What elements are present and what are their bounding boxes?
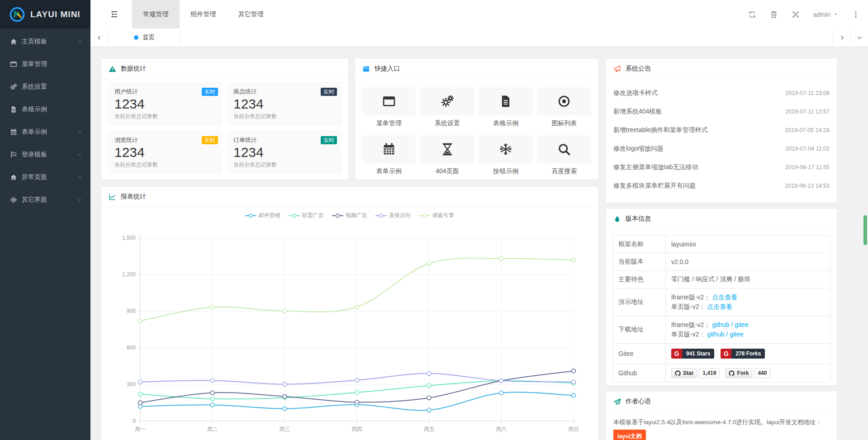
announcement-item-3[interactable]: 修改logo缩放问题 2019-07-04 11:02 xyxy=(613,139,830,158)
sidebar-item-label: 异常页面 xyxy=(22,173,77,181)
fullscreen-icon[interactable] xyxy=(792,10,800,19)
tabs-scroll-right-icon[interactable] xyxy=(833,28,850,47)
sidebar-item-0[interactable]: 主页模板 xyxy=(0,30,90,53)
announcement-item-1[interactable]: 新增系统404模板 2019-07-11 12:57 xyxy=(613,102,830,121)
quick-entry-label: 菜单管理 xyxy=(362,119,416,128)
sidebar-item-label: 登录模板 xyxy=(22,151,77,159)
gitee-icon: G xyxy=(721,349,731,359)
more-options-icon[interactable] xyxy=(852,10,860,19)
paper-plane-icon xyxy=(613,398,621,406)
announcement-item-0[interactable]: 修改选项卡样式 2019-07-11 23:06 xyxy=(613,84,830,102)
sidebar: LAYUI MINI 主页模板 菜单管理 系统设置 表格示例 表单示例 登录模板… xyxy=(0,0,90,440)
github-count[interactable]: 440 xyxy=(754,368,770,378)
version-label: Gitee xyxy=(613,344,666,364)
quick-entry-3[interactable]: 图标列表 xyxy=(537,87,591,128)
legend-item-4[interactable]: 搜索引擎 xyxy=(419,212,454,219)
quick-entry-0[interactable]: 菜单管理 xyxy=(362,87,416,128)
version-row-1: 当前版本v2.0.0 xyxy=(613,253,830,271)
page-tab-bar: 首页 xyxy=(90,28,868,47)
legend-label: 搜索引擎 xyxy=(432,212,454,219)
announcement-item-4[interactable]: 修复左侧菜单缩放tab无法移动 2019-06-17 11:55 xyxy=(613,158,830,176)
sidebar-item-3[interactable]: 表格示例 xyxy=(0,98,90,121)
sidebar-item-5[interactable]: 登录模板 xyxy=(0,143,90,166)
legend-label: 邮件营销 xyxy=(259,212,280,219)
stat-label: 用户统计 xyxy=(114,88,216,96)
card-system-announcements: 系统公告 修改选项卡样式 2019-07-11 23:06新增系统404模板 2… xyxy=(606,59,837,203)
stat-box-1: 商品统计 1234 当前分类总记录数 实时 xyxy=(227,82,342,126)
collapse-menu-icon[interactable] xyxy=(105,0,123,28)
tabs-menu-icon[interactable] xyxy=(850,28,868,47)
tab-home[interactable]: 首页 xyxy=(108,28,181,47)
legend-item-3[interactable]: 直接访问 xyxy=(375,212,411,219)
chevron-down-icon xyxy=(77,197,82,203)
card-title: 快捷入口 xyxy=(375,65,400,73)
user-menu[interactable]: admin xyxy=(813,11,838,18)
version-row-6: Github Star1,419 Fork440 xyxy=(613,364,830,383)
sidebar-item-7[interactable]: 其它界面 xyxy=(0,189,90,211)
quick-entry-5[interactable]: 404页面 xyxy=(420,135,474,175)
svg-text:周五: 周五 xyxy=(424,426,435,432)
layui-doc-badge[interactable]: layui文档 xyxy=(613,430,646,440)
stat-value: 1234 xyxy=(233,96,335,112)
link-gitee[interactable]: gitee xyxy=(730,331,743,338)
announcement-date: 2019-06-13 14:53 xyxy=(785,183,830,189)
top-header: 常规管理组件管理其它管理 admin xyxy=(90,0,868,29)
legend-item-2[interactable]: 视频广告 xyxy=(332,212,367,219)
gears-icon xyxy=(420,87,474,115)
github-fork-button[interactable]: Fork xyxy=(725,368,752,378)
megaphone-icon xyxy=(613,65,621,73)
stat-desc: 当前分类总记录数 xyxy=(114,161,216,169)
announcement-date: 2019-06-17 11:55 xyxy=(785,164,830,170)
version-row-3: 演示地址iframe版-v2： 点击查看单页版-v2： 点击查看 xyxy=(613,289,830,316)
github-star-button[interactable]: Star xyxy=(671,368,697,378)
stat-label: 商品统计 xyxy=(233,88,335,96)
link-gitee[interactable]: gitee xyxy=(735,321,748,328)
logo[interactable]: LAYUI MINI xyxy=(0,0,90,28)
scrollbar-thumb[interactable] xyxy=(863,215,867,245)
announcement-item-2[interactable]: 新增treetable插件和菜单管理样式 2019-07-05 14:28 xyxy=(613,121,830,139)
quick-entry-2[interactable]: 表格示例 xyxy=(479,87,533,128)
announcement-item-5[interactable]: 修复多模块菜单栏展开有问题 2019-06-13 14:53 xyxy=(613,176,830,195)
octocat-icon xyxy=(675,370,681,376)
gitee-badge[interactable]: G 941 Stars xyxy=(671,349,714,359)
card-title: 版本信息 xyxy=(626,215,651,223)
link-点击查看[interactable]: 点击查看 xyxy=(707,303,732,310)
sidebar-item-4[interactable]: 表单示例 xyxy=(0,121,90,143)
version-row-4: 下载地址iframe版-v2： github / gitee单页版-v2： gi… xyxy=(613,316,830,344)
header-tab-1[interactable]: 组件管理 xyxy=(180,0,227,28)
announcement-text: 修复多模块菜单栏展开有问题 xyxy=(613,182,696,190)
github-count[interactable]: 1,419 xyxy=(699,368,720,378)
quick-entry-1[interactable]: 系统设置 xyxy=(420,87,474,128)
version-row-2: 主要特色零门槛 / 响应式 / 清爽 / 极简 xyxy=(613,271,830,289)
username: admin xyxy=(813,11,830,18)
quick-entry-6[interactable]: 按钮示例 xyxy=(479,135,533,175)
version-table: 框架名称layuimini当前版本v2.0.0主要特色零门槛 / 响应式 / 清… xyxy=(612,235,830,383)
realtime-badge: 实时 xyxy=(321,136,337,144)
tab-bar-spacer xyxy=(181,28,833,47)
window-icon xyxy=(362,65,370,73)
quick-entry-grid: 菜单管理 系统设置 表格示例 图标列表 表单示例 404页面 按钮示例 百度搜索 xyxy=(355,79,598,175)
legend-marker-icon xyxy=(419,213,430,218)
link-点击查看[interactable]: 点击查看 xyxy=(712,293,737,301)
refresh-icon[interactable] xyxy=(748,10,756,19)
stat-desc: 当前分类总记录数 xyxy=(114,113,216,120)
clear-cache-trash-icon[interactable] xyxy=(770,10,778,19)
card-version-info: 版本信息 框架名称layuimini当前版本v2.0.0主要特色零门槛 / 响应… xyxy=(606,209,837,385)
gitee-badge[interactable]: G 278 Forks xyxy=(721,349,765,359)
quick-entry-7[interactable]: 百度搜索 xyxy=(537,135,591,175)
version-table-wrap: 框架名称layuimini当前版本v2.0.0主要特色零门槛 / 响应式 / 清… xyxy=(606,229,837,388)
quick-entry-4[interactable]: 表单示例 xyxy=(362,135,416,175)
link-github[interactable]: github xyxy=(712,321,729,328)
search-icon xyxy=(537,135,591,163)
legend-item-0[interactable]: 邮件营销 xyxy=(245,212,280,219)
sidebar-item-2[interactable]: 系统设置 xyxy=(0,76,90,98)
active-tab-dot-icon xyxy=(134,35,138,40)
legend-item-1[interactable]: 联盟广告 xyxy=(289,212,324,219)
sidebar-item-1[interactable]: 菜单管理 xyxy=(0,53,90,76)
tabs-scroll-left-icon[interactable] xyxy=(90,28,108,47)
sidebar-item-6[interactable]: 异常页面 xyxy=(0,166,90,189)
header-tab-2[interactable]: 其它管理 xyxy=(227,0,275,28)
link-github[interactable]: github xyxy=(707,331,724,338)
header-tab-0[interactable]: 常规管理 xyxy=(132,0,180,28)
card-title: 数据统计 xyxy=(121,65,146,73)
